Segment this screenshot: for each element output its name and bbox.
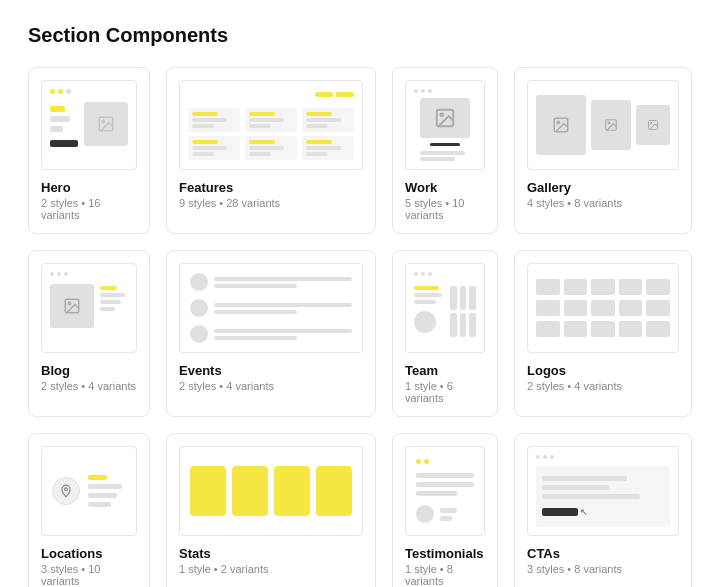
card-ctas[interactable]: ↖ CTAs 3 styles • 8 variants [514,433,692,587]
card-team-meta: 1 style • 6 variants [405,380,485,404]
card-stats-label: Stats [179,546,363,561]
preview-features [179,80,363,170]
card-blog-meta: 2 styles • 4 variants [41,380,137,392]
card-work[interactable]: Work 5 styles • 10 variants [392,67,498,234]
card-blog-label: Blog [41,363,137,378]
card-hero[interactable]: Hero 2 styles • 16 variants [28,67,150,234]
svg-point-12 [65,488,68,491]
preview-ctas: ↖ [527,446,679,536]
page-title: Section Components [28,24,692,47]
card-events-meta: 2 styles • 4 variants [179,380,363,392]
preview-stats [179,446,363,536]
preview-hero [41,80,137,170]
components-grid: Hero 2 styles • 16 variants [28,67,692,587]
card-ctas-meta: 3 styles • 8 variants [527,563,679,575]
svg-point-7 [608,122,610,124]
card-ctas-label: CTAs [527,546,679,561]
preview-work [405,80,485,170]
card-blog[interactable]: Blog 2 styles • 4 variants [28,250,150,417]
preview-events [179,263,363,353]
card-work-label: Work [405,180,485,195]
preview-locations [41,446,137,536]
svg-point-1 [102,120,104,122]
card-logos-label: Logos [527,363,679,378]
card-locations-meta: 3 styles • 10 variants [41,563,137,587]
card-testimonials-label: Testimonials [405,546,485,561]
preview-logos [527,263,679,353]
card-stats-meta: 1 style • 2 variants [179,563,363,575]
svg-point-9 [651,123,653,125]
card-stats[interactable]: Stats 1 style • 2 variants [166,433,376,587]
card-work-meta: 5 styles • 10 variants [405,197,485,221]
svg-point-11 [68,302,70,304]
card-logos-meta: 2 styles • 4 variants [527,380,679,392]
card-hero-meta: 2 styles • 16 variants [41,197,137,221]
card-team-label: Team [405,363,485,378]
svg-point-3 [440,114,443,117]
card-gallery[interactable]: Gallery 4 styles • 8 variants [514,67,692,234]
card-locations-label: Locations [41,546,137,561]
card-testimonials[interactable]: Testimonials 1 style • 8 variants [392,433,498,587]
card-events[interactable]: Events 2 styles • 4 variants [166,250,376,417]
preview-team [405,263,485,353]
card-features-label: Features [179,180,363,195]
preview-blog [41,263,137,353]
preview-gallery [527,80,679,170]
card-locations[interactable]: Locations 3 styles • 10 variants [28,433,150,587]
card-features-meta: 9 styles • 28 variants [179,197,363,209]
card-hero-label: Hero [41,180,137,195]
card-testimonials-meta: 1 style • 8 variants [405,563,485,587]
card-gallery-label: Gallery [527,180,679,195]
svg-point-5 [557,121,559,123]
card-events-label: Events [179,363,363,378]
card-team[interactable]: Team 1 style • 6 variants [392,250,498,417]
card-features[interactable]: Features 9 styles • 28 variants [166,67,376,234]
preview-testimonials [405,446,485,536]
card-logos[interactable]: Logos 2 styles • 4 variants [514,250,692,417]
card-gallery-meta: 4 styles • 8 variants [527,197,679,209]
